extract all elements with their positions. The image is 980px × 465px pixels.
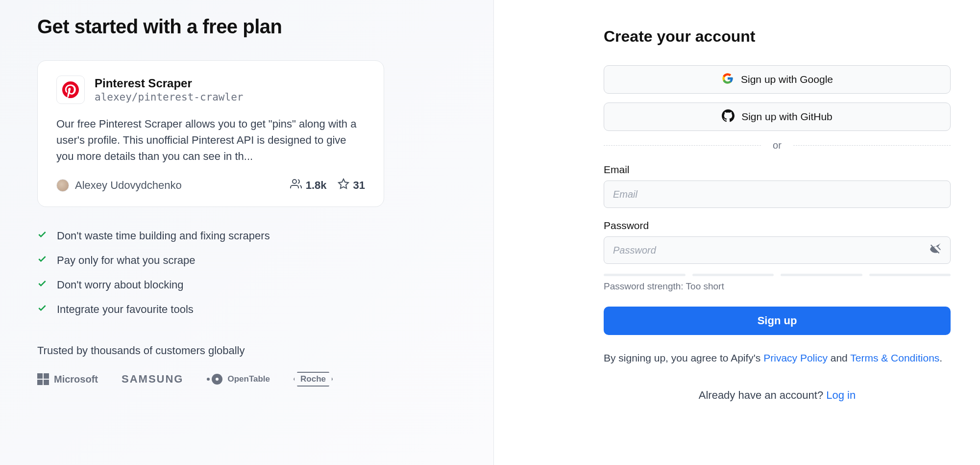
card-title: Pinterest Scraper <box>95 77 243 90</box>
pinterest-icon <box>56 76 85 104</box>
roche-icon: Roche <box>294 372 333 387</box>
microsoft-logo: Microsoft <box>37 373 98 385</box>
card-header: Pinterest Scraper alexey/pinterest-crawl… <box>56 76 365 104</box>
password-label: Password <box>604 220 951 232</box>
opentable-logo: OpenTable <box>207 374 270 385</box>
terms-link[interactable]: Terms & Conditions <box>850 352 939 363</box>
users-icon <box>290 178 302 193</box>
list-item: Integrate your favourite tools <box>37 303 456 316</box>
github-signup-button[interactable]: Sign up with GitHub <box>604 103 951 131</box>
author-name: Alexey Udovydchenko <box>75 179 182 192</box>
benefit-text: Integrate your favourite tools <box>57 303 194 316</box>
svg-marker-1 <box>339 179 348 188</box>
divider: or <box>604 140 951 151</box>
users-count: 1.8k <box>306 179 327 192</box>
card-stats: 1.8k 31 <box>290 178 365 193</box>
github-signup-label: Sign up with GitHub <box>741 111 833 123</box>
headline: Get started with a free plan <box>37 16 456 38</box>
star-icon <box>338 178 349 193</box>
check-icon <box>37 279 47 291</box>
card-description: Our free Pinterest Scraper allows you to… <box>56 116 365 164</box>
microsoft-icon <box>37 373 49 385</box>
samsung-logo: SAMSUNG <box>122 373 183 386</box>
list-item: Don't waste time building and fixing scr… <box>37 230 456 242</box>
roche-logo: Roche <box>294 372 333 387</box>
privacy-link[interactable]: Privacy Policy <box>763 352 828 363</box>
benefit-text: Pay only for what you scrape <box>57 254 195 267</box>
login-prompt: Already have an account? Log in <box>604 389 951 402</box>
signup-pane: Create your account Sign up with Google … <box>494 0 980 465</box>
benefit-text: Don't worry about blocking <box>57 279 184 291</box>
benefits-list: Don't waste time building and fixing scr… <box>37 230 456 316</box>
svg-point-0 <box>293 180 296 183</box>
check-icon <box>37 254 47 267</box>
divider-text: or <box>773 140 782 151</box>
google-signup-button[interactable]: Sign up with Google <box>604 65 951 94</box>
password-field[interactable] <box>604 236 951 264</box>
benefit-text: Don't waste time building and fixing scr… <box>57 230 270 242</box>
opentable-icon <box>207 374 222 385</box>
password-strength-text: Password strength: Too short <box>604 281 951 292</box>
avatar <box>56 179 69 192</box>
github-icon <box>722 109 735 125</box>
list-item: Pay only for what you scrape <box>37 254 456 267</box>
toggle-password-icon[interactable] <box>929 243 942 258</box>
author[interactable]: Alexey Udovydchenko <box>56 179 182 192</box>
marketing-pane: Get started with a free plan Pinterest S… <box>0 0 494 465</box>
check-icon <box>37 303 47 316</box>
signup-button[interactable]: Sign up <box>604 307 951 335</box>
check-icon <box>37 230 47 242</box>
google-signup-label: Sign up with Google <box>741 74 833 85</box>
login-link[interactable]: Log in <box>826 389 856 401</box>
google-icon <box>721 72 734 87</box>
actor-card[interactable]: Pinterest Scraper alexey/pinterest-crawl… <box>37 60 384 207</box>
users-stat: 1.8k <box>290 178 327 193</box>
email-field[interactable] <box>604 181 951 208</box>
list-item: Don't worry about blocking <box>37 279 456 291</box>
form-title: Create your account <box>604 27 951 46</box>
email-label: Email <box>604 164 951 176</box>
card-slug: alexey/pinterest-crawler <box>95 91 243 103</box>
legal-text: By signing up, you agree to Apify's Priv… <box>604 350 951 366</box>
trust-text: Trusted by thousands of customers global… <box>37 344 456 357</box>
stars-stat: 31 <box>338 178 365 193</box>
stars-count: 31 <box>353 179 365 192</box>
customer-logos: Microsoft SAMSUNG OpenTable Roche <box>37 372 456 387</box>
